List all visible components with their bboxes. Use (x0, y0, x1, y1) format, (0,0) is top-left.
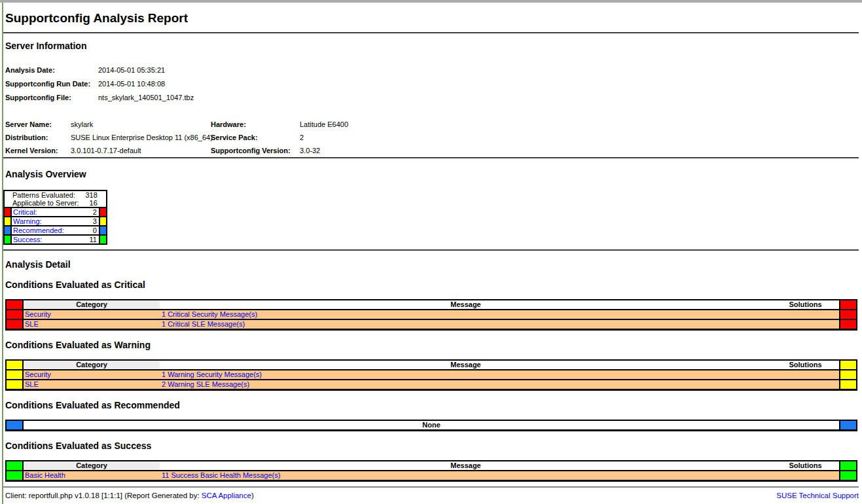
info-label: Supportconfig Run Date: (5, 77, 98, 90)
warning-color-cell (6, 370, 23, 380)
solutions-cell (772, 310, 840, 319)
info-value: 2 (300, 131, 660, 144)
info-label: Server Name: (5, 118, 71, 131)
overview-label: Applicable to Server: (11, 199, 79, 207)
analysis-info-table: Analysis Date:2014-05-01 05:35:21Support… (5, 63, 194, 104)
info-label: Supportconfig Version: (211, 144, 300, 157)
warning-color-swatch (4, 217, 11, 226)
system-info-row: Distribution:SUSE Linux Enterprise Deskt… (5, 131, 660, 144)
info-label: Analysis Date: (5, 63, 98, 77)
overview-value: 2 (79, 207, 99, 217)
system-info-row: Kernel Version:3.0.101-0.7.17-defaultSup… (5, 144, 660, 157)
column-header-solutions: Solutions (772, 461, 840, 471)
success-color-cell (6, 471, 23, 481)
footer: Client: reportfull.php v1.0.18 [1:1:1] (… (5, 492, 859, 499)
success-color-cell (840, 471, 857, 481)
conditions-table-critical: CategoryMessageSolutionsSecurity1 Critic… (5, 299, 857, 331)
success-color-swatch (99, 235, 107, 244)
message-link[interactable]: 11 Success Basic Health Message(s) (162, 471, 280, 479)
recommended-color-cell (6, 420, 23, 431)
message-link[interactable]: 2 Warning SLE Message(s) (162, 380, 249, 388)
overview-value: 0 (79, 226, 99, 235)
analysis-overview-table: Patterns Evaluated:318Applicable to Serv… (3, 190, 107, 245)
overview-summary-row: Patterns Evaluated:318 (4, 190, 107, 199)
overview-label: Warning: (11, 217, 79, 226)
critical-color-cell (6, 300, 23, 310)
warning-color-cell (840, 380, 857, 390)
spacer-cell (99, 199, 107, 207)
info-value: SUSE Linux Enterprise Desktop 11 (x86_64… (71, 131, 211, 144)
sca-appliance-link[interactable]: SCA Appliance (202, 492, 251, 499)
section-divider (3, 157, 859, 158)
overview-value: 318 (79, 190, 99, 199)
solutions-cell (772, 319, 840, 330)
overview-label: Success: (11, 235, 79, 244)
overview-warning-link[interactable]: Warning: (13, 217, 42, 225)
info-label: Service Pack: (211, 131, 300, 144)
category-basic-health-link[interactable]: Basic Health (25, 471, 65, 479)
category-cell: SLE (23, 380, 160, 390)
category-sle-link[interactable]: SLE (25, 320, 39, 328)
column-header-message: Message (160, 300, 772, 310)
overview-value: 11 (79, 235, 99, 244)
critical-color-swatch (4, 207, 11, 217)
critical-color-cell (6, 319, 23, 330)
message-cell: 11 Success Basic Health Message(s) (160, 471, 772, 481)
critical-color-cell (6, 310, 23, 319)
info-label: Supportconfig File: (5, 90, 98, 104)
section-heading-conditions-evaluated-as-success: Conditions Evaluated as Success (5, 441, 859, 452)
overview-recommended-link[interactable]: Recommended: (13, 226, 64, 234)
conditions-table-recommended: None (5, 420, 857, 431)
title-divider (3, 32, 859, 33)
column-header-solutions: Solutions (772, 360, 840, 370)
recommended-color-cell (840, 420, 857, 431)
message-cell: 1 Warning Security Message(s) (160, 370, 772, 380)
info-label: Kernel Version: (5, 144, 71, 157)
success-color-cell (840, 461, 857, 471)
overview-recommended-row: Recommended:0 (4, 226, 107, 235)
footer-client-suffix: ) (251, 492, 254, 499)
warning-color-cell (6, 380, 23, 390)
detail-row: SLE1 Critical SLE Message(s) (6, 319, 857, 330)
overview-critical-link[interactable]: Critical: (13, 208, 37, 216)
none-cell: None (23, 420, 840, 431)
overview-warning-row: Warning:3 (4, 217, 107, 226)
analysis-info-row: Analysis Date:2014-05-01 05:35:21 (5, 63, 194, 77)
overview-success-link[interactable]: Success: (13, 236, 43, 243)
detail-header-row: CategoryMessageSolutions (6, 360, 857, 370)
warning-color-swatch (99, 217, 107, 226)
suse-technical-support-link[interactable]: SUSE Technical Support (776, 492, 859, 499)
message-link[interactable]: 1 Critical Security Message(s) (162, 310, 257, 318)
detail-empty-row: None (6, 420, 857, 431)
message-link[interactable]: 1 Critical SLE Message(s) (162, 320, 245, 328)
category-security-link[interactable]: Security (25, 370, 51, 378)
message-link[interactable]: 1 Warning Security Message(s) (162, 370, 262, 378)
category-cell: Security (23, 370, 160, 380)
top-border-band (0, 0, 862, 3)
category-cell: Basic Health (23, 471, 160, 481)
info-value: 3.0.101-0.7.17-default (71, 144, 211, 157)
spacer-cell (4, 199, 11, 207)
overview-value: 16 (79, 199, 99, 207)
footer-client-info: Client: reportfull.php v1.0.18 [1:1:1] (… (5, 492, 254, 499)
solutions-cell (772, 471, 840, 481)
overview-label: Recommended: (11, 226, 79, 235)
detail-row: Security1 Critical Security Message(s) (6, 310, 857, 319)
category-security-link[interactable]: Security (25, 310, 51, 318)
overview-label: Critical: (11, 207, 79, 217)
overview-success-row: Success:11 (4, 235, 107, 244)
spacer-cell (4, 190, 11, 199)
analysis-info-row: Supportconfig File:nts_skylark_140501_10… (5, 90, 194, 104)
column-header-message: Message (160, 461, 772, 471)
footer-divider (3, 486, 859, 488)
info-value: 2014-05-01 05:35:21 (98, 63, 194, 77)
success-color-cell (6, 461, 23, 471)
section-divider (3, 249, 859, 251)
detail-row: SLE2 Warning SLE Message(s) (6, 380, 857, 390)
category-cell: Security (23, 310, 160, 319)
analysis-info-row: Supportconfig Run Date:2014-05-01 10:48:… (5, 77, 194, 90)
overview-label: Patterns Evaluated: (11, 190, 79, 199)
section-heading-server-information: Server Information (5, 41, 859, 52)
column-header-message: Message (160, 360, 772, 370)
category-sle-link[interactable]: SLE (25, 380, 39, 388)
